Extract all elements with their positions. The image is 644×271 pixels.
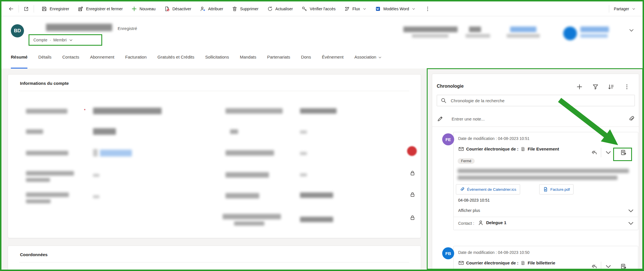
timeline-filter-button[interactable] [591, 83, 599, 91]
redacted-field-label [26, 129, 43, 134]
timeline-card: Chronologie FE Date de modification : 04… [432, 74, 639, 270]
timeline-entry[interactable]: Date de modification : 04-08-2023 10:50 … [453, 246, 638, 270]
timeline-add-button[interactable] [575, 83, 583, 91]
tab-sollicitations[interactable]: Sollicitations [205, 55, 229, 69]
funnel-icon [592, 83, 599, 90]
tab-evenement[interactable]: Événement [322, 55, 344, 69]
redacted-owner-name [580, 27, 609, 32]
contact-name[interactable]: Delegue 1 [486, 220, 506, 225]
lock-icon [409, 170, 416, 176]
tab-association-label: Association [354, 55, 376, 59]
refresh-button[interactable]: Actualiser [265, 4, 295, 13]
collapse-header-chevron-icon[interactable] [628, 27, 635, 33]
redacted-field-value [93, 195, 99, 198]
redacted-email-body [458, 176, 617, 180]
note-input[interactable] [451, 116, 621, 122]
show-more-link[interactable]: Afficher plus [458, 208, 480, 213]
word-icon [375, 6, 381, 12]
chevron-down-icon [69, 38, 73, 42]
expand-chevron-icon[interactable] [605, 263, 612, 270]
timeline-entry[interactable]: Date de modification : 04-08-2023 10:51 … [453, 132, 638, 230]
attachment-chip-ics[interactable]: Événement de Calendrier.ics [456, 184, 520, 194]
timeline-more-button[interactable] [623, 83, 631, 91]
record-header: BD Enregistré Compte · Membri [1, 16, 643, 50]
entry-subject: Courrier électronique de : File Evenemen… [458, 146, 559, 152]
attachment-name: Facture.pdf [550, 187, 570, 192]
redacted-header-subtext [466, 34, 490, 38]
tab-abonnement[interactable]: Abonnement [90, 55, 114, 69]
chevron-down-icon [632, 7, 636, 11]
redacted-field-label [226, 150, 274, 156]
trash-icon [232, 6, 238, 12]
tab-contacts[interactable]: Contacts [62, 55, 79, 69]
tab-resume[interactable]: Résumé [11, 55, 27, 69]
queue-icon [520, 146, 526, 152]
entry-subject: Courrier électronique de : File billette… [458, 260, 555, 266]
save-label: Enregistrer [50, 7, 69, 11]
tab-association[interactable]: Association [354, 55, 382, 69]
entity-type-annotation-box[interactable]: Compte · Membri [29, 34, 102, 46]
entry-subject-prefix: Courrier électronique de : [466, 260, 518, 265]
expand-chevron-icon[interactable] [605, 149, 612, 156]
deactivate-button[interactable]: Désactiver [162, 4, 194, 13]
redacted-field-label [26, 109, 67, 114]
tab-details[interactable]: Détails [38, 55, 51, 69]
assign-button[interactable]: Attribuer [198, 4, 226, 13]
attachment-name: Événement de Calendrier.ics [467, 187, 516, 192]
word-templates-label: Modèles Word [383, 7, 409, 11]
plus-icon [131, 6, 137, 12]
contact-chevron-icon[interactable] [627, 220, 635, 227]
app-window: Enregistrer Enregistrer et fermer Nouvea… [0, 0, 644, 271]
redacted-field-value [93, 174, 99, 177]
search-icon [440, 97, 447, 104]
open-note-icon[interactable] [620, 263, 627, 270]
timeline-sort-button[interactable] [607, 83, 615, 91]
email-icon [458, 146, 464, 152]
save-button[interactable]: Enregistrer [39, 4, 71, 13]
check-access-button[interactable]: Vérifier l'accès [299, 4, 338, 13]
required-marker: * [84, 108, 86, 113]
tab-facturation[interactable]: Facturation [125, 55, 147, 69]
command-bar: Enregistrer Enregistrer et fermer Nouvea… [1, 1, 643, 16]
entity-type-label: Compte [33, 38, 47, 42]
reply-all-icon[interactable] [591, 149, 597, 156]
tab-gratuites-credits[interactable]: Gratuités et Crédits [158, 55, 194, 69]
share-button[interactable]: Partager [611, 5, 638, 13]
show-more-chevron-icon[interactable] [627, 207, 635, 214]
attachment-chip-pdf[interactable]: Facture.pdf [539, 184, 573, 194]
flow-button[interactable]: Flux [342, 4, 369, 13]
new-button[interactable]: Nouveau [129, 4, 158, 13]
redacted-field-value [300, 131, 307, 134]
new-label: Nouveau [140, 7, 156, 11]
save-and-close-button[interactable]: Enregistrer et fermer [75, 4, 125, 13]
delete-button[interactable]: Supprimer [230, 4, 261, 13]
redacted-field-label [26, 199, 51, 203]
redacted-field-label [223, 214, 281, 219]
tab-mandats[interactable]: Mandats [240, 55, 256, 69]
entry-subject-prefix: Courrier électronique de : [466, 146, 518, 151]
entry-status-badge: Fermé [458, 158, 475, 164]
back-button[interactable] [6, 4, 16, 13]
timeline-search-input[interactable] [450, 98, 631, 103]
status-red-indicator [407, 146, 417, 156]
key-icon [301, 6, 307, 12]
redacted-field-label [230, 129, 238, 134]
paperclip-icon[interactable] [628, 115, 635, 122]
form-tabs: Résumé Détails Contacts Abonnement Factu… [1, 50, 643, 69]
account-info-card: Informations du compte * [8, 74, 421, 238]
reply-all-icon[interactable] [591, 263, 597, 270]
tab-partenariats[interactable]: Partenariats [267, 55, 290, 69]
entry-subject-entity: File billetterie [528, 260, 555, 265]
lock-icon [409, 191, 416, 198]
timeline-search-box [437, 95, 635, 106]
word-templates-button[interactable]: Modèles Word [373, 4, 418, 13]
contact-label: Contact : [458, 221, 474, 226]
entry-status-badge: Fermé [458, 270, 475, 270]
save-close-icon [78, 6, 83, 12]
email-icon [458, 260, 464, 266]
record-avatar: BD [11, 24, 24, 37]
tab-dons[interactable]: Dons [301, 55, 311, 69]
popout-button[interactable] [21, 4, 31, 13]
more-commands-button[interactable] [422, 4, 433, 13]
redacted-field-value [300, 152, 307, 155]
